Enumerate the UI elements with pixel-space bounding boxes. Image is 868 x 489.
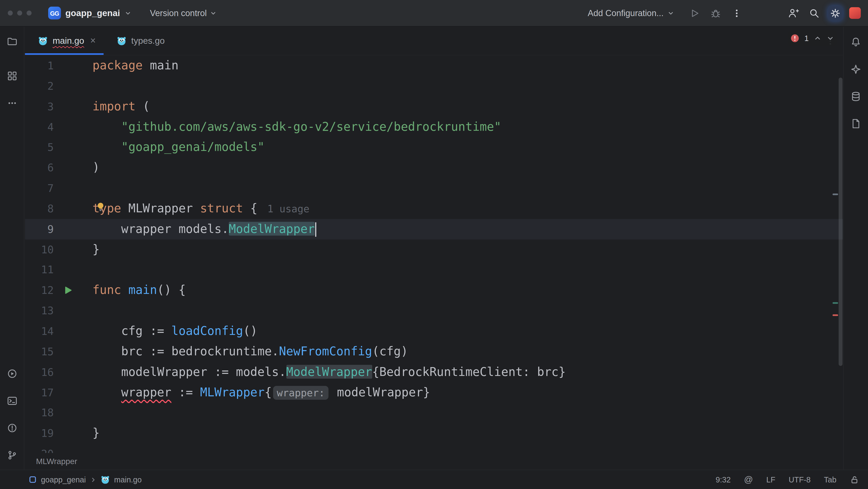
code-line-17[interactable]: 17 wrapper := MLWrapper{wrapper: modelWr… bbox=[25, 382, 843, 403]
line-number: 15 bbox=[25, 342, 54, 362]
window-minimize-button[interactable] bbox=[17, 10, 22, 16]
code-token: MLWrapper bbox=[121, 201, 200, 215]
breadcrumb-item[interactable]: MLWrapper bbox=[36, 457, 77, 466]
inspection-widget[interactable]: 1 bbox=[788, 31, 836, 46]
readonly-lock-icon[interactable] bbox=[850, 475, 859, 484]
gutter bbox=[54, 382, 92, 403]
gutter bbox=[54, 96, 92, 117]
code-token: {BedrockRuntimeClient: brc} bbox=[372, 365, 566, 378]
gutter bbox=[54, 321, 92, 342]
indent-style[interactable]: Tab bbox=[824, 475, 836, 484]
notifications-button[interactable] bbox=[843, 28, 867, 56]
chevron-down-icon bbox=[668, 10, 674, 16]
code-line-6[interactable]: 6) bbox=[25, 157, 843, 178]
documentation-tool-button[interactable] bbox=[843, 110, 867, 137]
chevron-down-icon bbox=[125, 10, 131, 16]
line-number: 13 bbox=[25, 300, 54, 321]
code-with-me-button[interactable] bbox=[786, 6, 801, 20]
code-token: package bbox=[93, 58, 143, 72]
analysis-mark-error bbox=[833, 314, 838, 316]
code-token: brc := bedrockruntime. bbox=[93, 344, 279, 358]
code-line-7[interactable]: 7 bbox=[25, 178, 843, 199]
line-number: 12 bbox=[25, 280, 54, 300]
ai-assistant-button[interactable] bbox=[843, 56, 867, 83]
code-text: } bbox=[93, 239, 100, 260]
project-tool-button[interactable] bbox=[0, 28, 24, 55]
scrollbar[interactable] bbox=[839, 78, 842, 366]
project-widget[interactable]: GG goapp_genai bbox=[48, 6, 131, 19]
chevron-up-icon[interactable] bbox=[814, 34, 822, 42]
at-sign-icon[interactable]: @ bbox=[744, 474, 753, 485]
run-configuration-selector[interactable]: Add Configuration... bbox=[588, 8, 674, 18]
run-tool-button[interactable] bbox=[0, 360, 24, 387]
gutter[interactable] bbox=[54, 280, 92, 300]
git-branch-icon bbox=[6, 449, 18, 460]
line-number: 8 bbox=[25, 199, 54, 219]
intention-bulb-icon[interactable] bbox=[96, 202, 105, 212]
code-line-19[interactable]: 19} bbox=[25, 423, 843, 443]
code-line-14[interactable]: 14 cfg := loadConfig() bbox=[25, 321, 843, 342]
tab-main-go[interactable]: main.go × bbox=[25, 27, 103, 55]
code-line-20[interactable]: 20 bbox=[25, 443, 843, 453]
gutter bbox=[54, 362, 92, 382]
line-number: 17 bbox=[25, 382, 54, 403]
caret-position[interactable]: 9:32 bbox=[716, 475, 731, 484]
debug-button[interactable] bbox=[708, 6, 723, 20]
line-number: 3 bbox=[25, 96, 54, 117]
run-gutter-icon[interactable] bbox=[63, 286, 73, 295]
close-icon[interactable]: × bbox=[90, 36, 96, 46]
code-area[interactable]: 1package main23import (4 "github.com/aws… bbox=[25, 56, 843, 453]
gutter bbox=[54, 423, 92, 443]
file-encoding[interactable]: UTF-8 bbox=[788, 475, 810, 484]
code-line-8[interactable]: 8type MLWrapper struct {1 usage bbox=[25, 199, 843, 219]
more-actions-icon[interactable] bbox=[730, 6, 744, 20]
code-token: import bbox=[93, 99, 135, 113]
license-badge-icon[interactable] bbox=[849, 7, 861, 19]
structure-tool-button[interactable] bbox=[0, 62, 24, 89]
code-line-11[interactable]: 11 bbox=[25, 260, 843, 280]
code-line-15[interactable]: 15 brc := bedrockruntime.NewFromConfig(c… bbox=[25, 342, 843, 362]
tab-types-go[interactable]: types.go bbox=[103, 27, 173, 55]
line-number: 11 bbox=[25, 260, 54, 280]
terminal-tool-button[interactable] bbox=[0, 387, 24, 414]
code-token bbox=[315, 222, 316, 237]
code-line-3[interactable]: 3import ( bbox=[25, 96, 843, 117]
version-control-tool-button[interactable] bbox=[0, 441, 24, 469]
vcs-widget[interactable]: Version control bbox=[150, 8, 217, 18]
code-line-9[interactable]: 9 wrapper models.ModelWrapper bbox=[25, 219, 843, 239]
code-line-4[interactable]: 4 "github.com/aws/aws-sdk-go-v2/service/… bbox=[25, 117, 843, 137]
line-separator[interactable]: LF bbox=[766, 475, 775, 484]
code-token: ModelWrapper bbox=[229, 222, 315, 235]
go-gopher-icon bbox=[101, 476, 110, 484]
code-token: wrapper models. bbox=[93, 222, 229, 235]
code-line-1[interactable]: 1package main bbox=[25, 56, 843, 76]
statusbar-project[interactable]: goapp_genai bbox=[41, 475, 86, 484]
code-line-18[interactable]: 18 bbox=[25, 403, 843, 423]
chevron-down-icon[interactable] bbox=[826, 34, 834, 42]
window-zoom-button[interactable] bbox=[27, 10, 31, 16]
code-text: import ( bbox=[93, 96, 150, 117]
database-tool-button[interactable] bbox=[843, 83, 867, 110]
more-tool-windows-button[interactable] bbox=[0, 89, 24, 116]
gutter bbox=[54, 260, 92, 280]
code-text: cfg := loadConfig() bbox=[93, 321, 257, 342]
search-everywhere-button[interactable] bbox=[807, 6, 822, 20]
settings-button[interactable] bbox=[828, 6, 843, 20]
code-line-16[interactable]: 16 modelWrapper := models.ModelWrapper{B… bbox=[25, 362, 843, 382]
window-close-button[interactable] bbox=[8, 10, 13, 16]
problems-tool-button[interactable] bbox=[0, 414, 24, 441]
code-text: modelWrapper := models.ModelWrapper{Bedr… bbox=[93, 362, 566, 382]
code-line-12[interactable]: 12func main() { bbox=[25, 280, 843, 300]
line-number: 5 bbox=[25, 137, 54, 157]
code-line-5[interactable]: 5 "goapp_genai/models" bbox=[25, 137, 843, 157]
tab-label: types.go bbox=[131, 36, 165, 46]
line-number: 19 bbox=[25, 423, 54, 443]
statusbar-file[interactable]: main.go bbox=[114, 475, 142, 484]
code-token: struct bbox=[200, 201, 243, 215]
code-line-13[interactable]: 13 bbox=[25, 300, 843, 321]
code-line-2[interactable]: 2 bbox=[25, 76, 843, 96]
run-button[interactable] bbox=[687, 6, 702, 20]
code-token: ( bbox=[135, 99, 150, 113]
code-token: wrapper: bbox=[273, 386, 329, 400]
code-line-10[interactable]: 10} bbox=[25, 239, 843, 260]
